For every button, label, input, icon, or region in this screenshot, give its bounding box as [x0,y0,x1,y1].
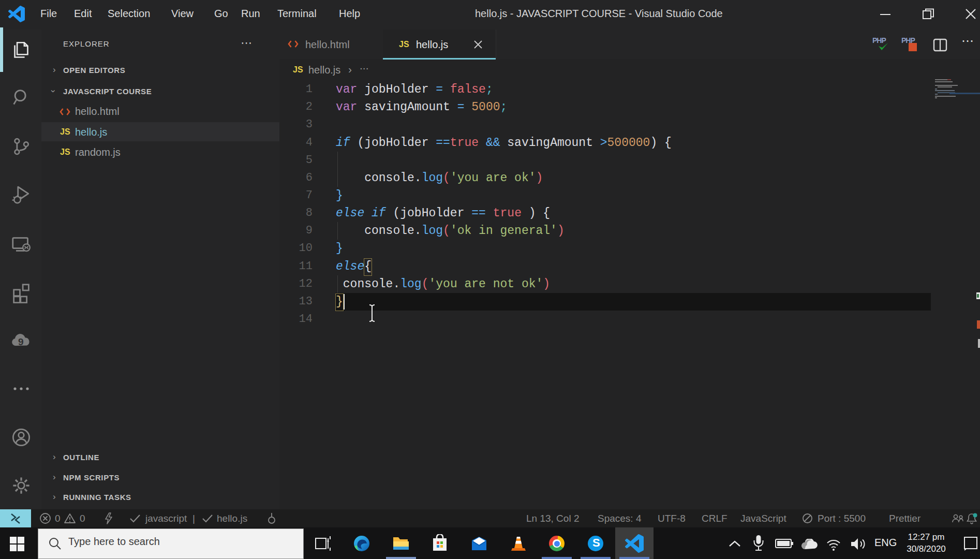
svg-text:9: 9 [18,336,24,347]
